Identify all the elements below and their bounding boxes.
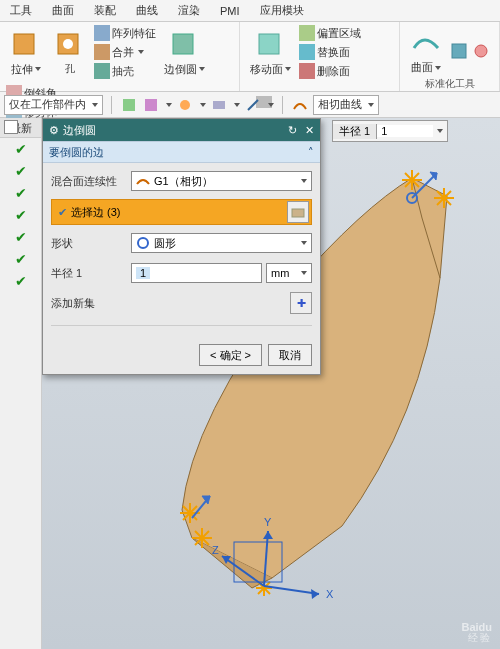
dialog-titlebar[interactable]: ⚙边倒圆 ↻ ✕ (43, 119, 320, 141)
menu-bar: 工具 曲面 装配 曲线 渲染 PMI 应用模块 (0, 0, 500, 22)
unite-button[interactable]: 合并 (94, 43, 156, 61)
svg-rect-13 (299, 44, 315, 60)
radius-input[interactable]: 1 (131, 263, 262, 283)
svg-rect-19 (145, 99, 157, 111)
continuity-label: 混合面连续性 (51, 174, 131, 189)
work-area: 最新 ✔ ✔ ✔ ✔ ✔ ✔ ✔ (0, 118, 500, 649)
gear-icon: ⚙ (49, 124, 59, 137)
reset-icon[interactable]: ↻ (288, 124, 297, 137)
svg-rect-5 (94, 63, 110, 79)
shape-combo[interactable]: 圆形 (131, 233, 312, 253)
watermark: Baidu 经验 (461, 622, 492, 643)
ok-button[interactable]: < 确定 > (199, 344, 262, 366)
misc-icon[interactable] (472, 42, 490, 60)
svg-text:Y: Y (264, 516, 272, 528)
svg-rect-3 (94, 25, 110, 41)
history-check-icon[interactable]: ✔ (15, 270, 27, 292)
svg-line-45 (264, 586, 319, 594)
svg-text:Z: Z (212, 544, 219, 556)
unit-combo[interactable]: mm (266, 263, 312, 283)
move-face-button[interactable]: 移动面 (246, 26, 295, 79)
edge-blend-button[interactable]: 边倒圆 (160, 26, 209, 79)
history-check-icon[interactable]: ✔ (15, 204, 27, 226)
svg-point-2 (63, 39, 73, 49)
dialog-section-header[interactable]: 要倒圆的边 ˄ (43, 141, 320, 163)
history-check-icon[interactable]: ✔ (15, 138, 27, 160)
filter-icon[interactable] (142, 96, 160, 114)
select-edge-label: 选择边 (3) (71, 205, 121, 220)
radius-overlay-label: 半径 1 (333, 124, 377, 139)
replace-face-button[interactable]: 替换面 (299, 43, 361, 61)
menu-appmodule[interactable]: 应用模块 (250, 0, 314, 21)
shape-label: 形状 (51, 236, 131, 251)
continuity-combo[interactable]: G1（相切） (131, 171, 312, 191)
svg-rect-57 (292, 209, 304, 217)
svg-rect-12 (299, 25, 315, 41)
svg-rect-21 (213, 101, 225, 109)
menu-surface[interactable]: 曲面 (42, 0, 84, 21)
history-check-icon[interactable]: ✔ (15, 160, 27, 182)
hole-button[interactable]: 孔 (50, 26, 90, 78)
checkbox-icon[interactable] (4, 120, 18, 134)
close-icon[interactable]: ✕ (305, 124, 314, 137)
svg-point-20 (180, 100, 190, 110)
dialog-title: 边倒圆 (63, 123, 96, 138)
history-check-icon[interactable]: ✔ (15, 226, 27, 248)
delete-face-button[interactable]: 删除面 (299, 62, 361, 80)
svg-text:X: X (326, 588, 334, 600)
extrude-button[interactable]: 拉伸 (6, 26, 46, 79)
history-check-icon[interactable]: ✔ (15, 248, 27, 270)
add-set-button[interactable]: ✚ (290, 292, 312, 314)
svg-rect-18 (123, 99, 135, 111)
misc-icon[interactable] (450, 42, 468, 60)
menu-assembly[interactable]: 装配 (84, 0, 126, 21)
corner-tools (4, 120, 18, 134)
addset-label: 添加新集 (51, 296, 131, 311)
history-check-icon[interactable]: ✔ (15, 182, 27, 204)
ribbon-group-title: 标准化工具 (406, 77, 493, 92)
svg-point-17 (475, 45, 487, 57)
scope-combo[interactable]: 仅在工作部件内 (4, 95, 103, 115)
filter-icon[interactable] (176, 96, 194, 114)
menu-render[interactable]: 渲染 (168, 0, 210, 21)
ribbon: 拉伸 孔 阵列特征 合并 抽壳 边倒圆 倒斜角 修剪体 拔模 (0, 22, 500, 92)
edge-blend-dialog: ⚙边倒圆 ↻ ✕ 要倒圆的边 ˄ 混合面连续性 G1（相切） (42, 118, 321, 375)
svg-rect-4 (94, 44, 110, 60)
offset-region-button[interactable]: 偏置区域 (299, 24, 361, 42)
pattern-feature-button[interactable]: 阵列特征 (94, 24, 156, 42)
select-edge-row[interactable]: ✔ 选择边 (3) (51, 199, 312, 225)
menu-pmi[interactable]: PMI (210, 2, 250, 20)
graphics-canvas[interactable]: X Y Z 半径 1 1 ⚙边倒圆 ↻ ✕ (42, 118, 500, 649)
svg-rect-6 (173, 34, 193, 54)
curve-mode-icon[interactable] (291, 96, 309, 114)
radius-overlay-value[interactable]: 1 (377, 125, 433, 137)
menu-curve[interactable]: 曲线 (126, 0, 168, 21)
select-edge-icon[interactable] (287, 201, 309, 223)
filter-icon[interactable] (120, 96, 138, 114)
chevron-up-icon: ˄ (308, 146, 314, 159)
filter-icon[interactable] (244, 96, 262, 114)
svg-rect-11 (259, 34, 279, 54)
radius-overlay[interactable]: 半径 1 1 (332, 120, 448, 142)
ribbon-group-std: 曲面 标准化工具 (400, 22, 500, 91)
shell-button[interactable]: 抽壳 (94, 62, 156, 80)
filter-icon[interactable] (210, 96, 228, 114)
radius-label: 半径 1 (51, 266, 131, 281)
svg-point-58 (138, 238, 148, 248)
svg-rect-14 (299, 63, 315, 79)
svg-rect-0 (14, 34, 34, 54)
curve-mode-combo[interactable]: 相切曲线 (313, 95, 379, 115)
svg-rect-16 (452, 44, 466, 58)
cancel-button[interactable]: 取消 (268, 344, 312, 366)
svg-marker-46 (311, 589, 319, 599)
menu-tools[interactable]: 工具 (0, 0, 42, 21)
history-strip: 最新 ✔ ✔ ✔ ✔ ✔ ✔ ✔ (0, 118, 42, 649)
surface-button[interactable]: 曲面 (406, 24, 446, 77)
ribbon-group-sync: 移动面 偏置区域 替换面 删除面 更多 同步建模 (240, 22, 400, 91)
ribbon-group-feature: 拉伸 孔 阵列特征 合并 抽壳 边倒圆 倒斜角 修剪体 拔模 (0, 22, 240, 91)
